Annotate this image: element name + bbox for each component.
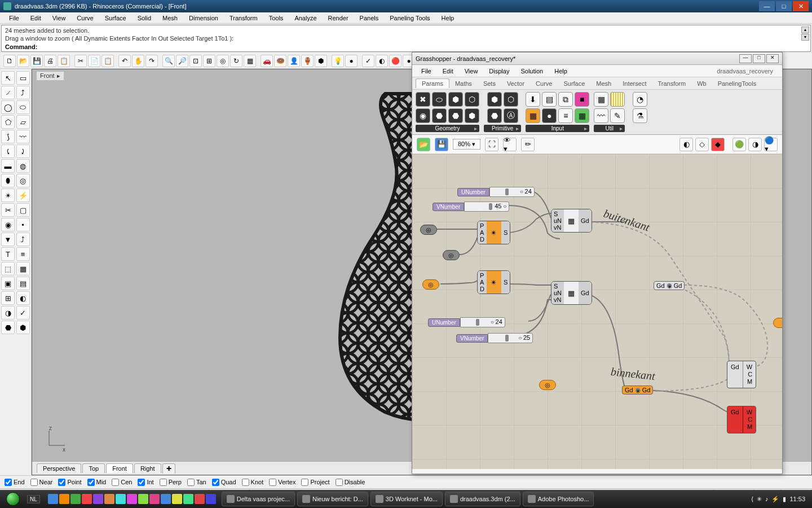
gh-group-label[interactable]: Util <box>594 125 625 132</box>
menu-item[interactable]: Mesh <box>157 14 183 23</box>
tool-button[interactable]: ▱ <box>16 115 30 129</box>
gh-component-button[interactable]: Ⓐ <box>504 108 518 123</box>
tray-clock[interactable]: 11:53 <box>789 496 805 502</box>
gh-component-button[interactable]: ⬢ <box>465 108 479 123</box>
taskbar-item[interactable]: draadvaas.3dm (2... <box>445 492 520 506</box>
tool-button[interactable]: ◯ <box>1 100 15 114</box>
tool-button[interactable]: ✴ <box>1 189 15 202</box>
gh-component-surface-grid[interactable]: SuNvN ▦ Gd <box>551 281 592 305</box>
quick-launch-icon[interactable] <box>116 494 126 504</box>
gh-param-cut[interactable] <box>773 318 782 328</box>
gh-component-divide[interactable]: PAD ✴ S <box>477 270 510 294</box>
gh-component-button[interactable]: ⬣ <box>487 108 502 123</box>
tool-button[interactable]: ▢ <box>16 203 30 217</box>
tool-button[interactable]: ⤴ <box>16 233 30 246</box>
gh-menu-item[interactable]: Edit <box>437 67 459 76</box>
gh-component-button[interactable]: ≡ <box>558 108 573 123</box>
gh-param-surface-selected[interactable]: ◎ <box>422 279 439 290</box>
toolbar-button[interactable]: ↷ <box>145 55 158 67</box>
tool-button[interactable]: ⟋ <box>1 86 15 99</box>
menu-item[interactable]: Render <box>323 14 354 23</box>
gh-component-button[interactable]: ⬡ <box>465 92 479 107</box>
gh-toggle-button[interactable]: ◐ <box>679 138 693 151</box>
tool-button[interactable]: ◑ <box>1 306 15 319</box>
gh-param-surface[interactable]: ◎ <box>420 225 437 235</box>
start-button[interactable] <box>2 491 24 507</box>
viewport-label[interactable]: Front▸ <box>37 72 64 80</box>
gh-component-button[interactable] <box>610 92 625 107</box>
osnap-quad[interactable]: Quad <box>212 479 236 486</box>
gh-component-button[interactable]: ▦ <box>575 108 589 123</box>
tool-button[interactable]: ◐ <box>16 291 30 305</box>
gh-title-bar[interactable]: Grasshopper - draadvaas_recovery* — □ ✕ <box>412 52 782 65</box>
toolbar-button[interactable]: ✓ <box>362 55 374 67</box>
gh-component-button[interactable]: ⬇ <box>526 92 540 107</box>
toolbar-button[interactable]: ⊡ <box>189 55 202 67</box>
gh-tab[interactable]: PanelingTools <box>712 79 762 88</box>
gh-group-label[interactable]: Primitive <box>484 125 521 132</box>
gh-menu-item[interactable]: Help <box>549 67 573 76</box>
gh-component-button[interactable]: ⬢ <box>487 92 502 107</box>
gh-toggle-button[interactable]: 🟢 <box>732 138 746 151</box>
toolbar-button[interactable]: ✋ <box>132 55 144 67</box>
toolbar-button[interactable]: 💾 <box>30 55 43 67</box>
gh-slider-unumber[interactable]: UNumber ○ 24 <box>457 187 535 197</box>
quick-launch-icon[interactable] <box>206 494 216 504</box>
toolbar-button[interactable]: 🔴 <box>389 55 401 67</box>
taskbar-item[interactable]: Delta vaas projec... <box>222 492 295 506</box>
menu-item[interactable]: Help <box>436 14 460 23</box>
osnap-vertex[interactable]: Vertex <box>269 479 295 486</box>
osnap-disable[interactable]: Disable <box>336 479 365 486</box>
gh-component-button[interactable]: ■ <box>575 92 589 107</box>
toolbar-button[interactable]: 📋 <box>58 55 70 67</box>
tool-button[interactable]: T <box>1 247 15 261</box>
tool-button[interactable]: ⬢ <box>16 321 30 334</box>
toolbar-button[interactable]: 🔍 <box>162 55 175 67</box>
gh-component-button[interactable]: ⚗ <box>633 108 647 123</box>
toolbar-button[interactable]: 📄 <box>88 55 100 67</box>
gh-canvas[interactable]: UNumber ○ 24 VNumber 45 ○ UNumber ○ 24 V… <box>412 154 782 469</box>
tool-button[interactable]: ⟆ <box>1 130 15 143</box>
gh-scribble-label[interactable]: binnekant <box>610 365 656 383</box>
toolbar-button[interactable]: 🍩 <box>274 55 286 67</box>
gh-component-error[interactable]: Gd WCM <box>727 406 756 433</box>
gh-component-button[interactable]: ▦ <box>526 108 540 123</box>
gh-menu-item[interactable]: Solution <box>515 67 549 76</box>
quick-launch-icon[interactable] <box>127 494 137 504</box>
gh-component-button[interactable]: ⬭ <box>432 92 447 107</box>
tool-button[interactable]: 〰 <box>16 130 30 143</box>
viewport-tab[interactable]: Right <box>134 463 161 473</box>
gh-toggle-button[interactable]: ◇ <box>695 138 709 151</box>
gh-tab[interactable]: Curve <box>530 79 558 88</box>
gh-minimize-button[interactable]: — <box>739 54 752 63</box>
toolbar-button[interactable]: ● <box>345 55 358 67</box>
taskbar-item[interactable]: 3D Worknet - Mo... <box>370 492 443 506</box>
menu-item[interactable]: Edit <box>25 14 47 23</box>
tool-button[interactable]: ▼ <box>1 233 15 246</box>
gh-component-surface-grid[interactable]: SuNvN ▦ Gd <box>551 209 592 233</box>
toolbar-button[interactable]: ✂ <box>74 55 87 67</box>
tool-button[interactable]: ▦ <box>16 262 30 275</box>
quick-launch-icon[interactable] <box>59 494 69 504</box>
gh-tab[interactable]: Params <box>416 78 449 88</box>
tool-button[interactable]: ⤹ <box>1 144 15 158</box>
gh-save-button[interactable]: 💾 <box>435 138 448 151</box>
menu-item[interactable]: Dimension <box>183 14 224 23</box>
grasshopper-window[interactable]: Grasshopper - draadvaas_recovery* — □ ✕ … <box>412 52 783 474</box>
menu-item[interactable]: View <box>47 14 72 23</box>
osnap-project[interactable]: Project <box>301 479 329 486</box>
tray-icon[interactable]: ⟨ <box>751 496 753 503</box>
scroll-up-button[interactable]: ▴ <box>801 27 809 33</box>
quick-launch-icon[interactable] <box>138 494 148 504</box>
tool-button[interactable]: ⬭ <box>16 100 30 114</box>
quick-launch-icon[interactable] <box>70 494 81 504</box>
osnap-mid[interactable]: Mid <box>87 479 107 486</box>
maximize-button[interactable]: □ <box>776 1 792 11</box>
tool-button[interactable]: ⚡ <box>16 189 30 202</box>
gh-close-button[interactable]: ✕ <box>766 54 779 63</box>
tool-button[interactable]: ✂ <box>1 203 15 217</box>
toolbar-button[interactable]: 👤 <box>288 55 300 67</box>
gh-open-button[interactable]: 📂 <box>417 138 430 151</box>
gh-slider-unumber[interactable]: UNumber ○ 24 <box>428 317 505 327</box>
tool-button[interactable]: ⤸ <box>16 144 30 158</box>
